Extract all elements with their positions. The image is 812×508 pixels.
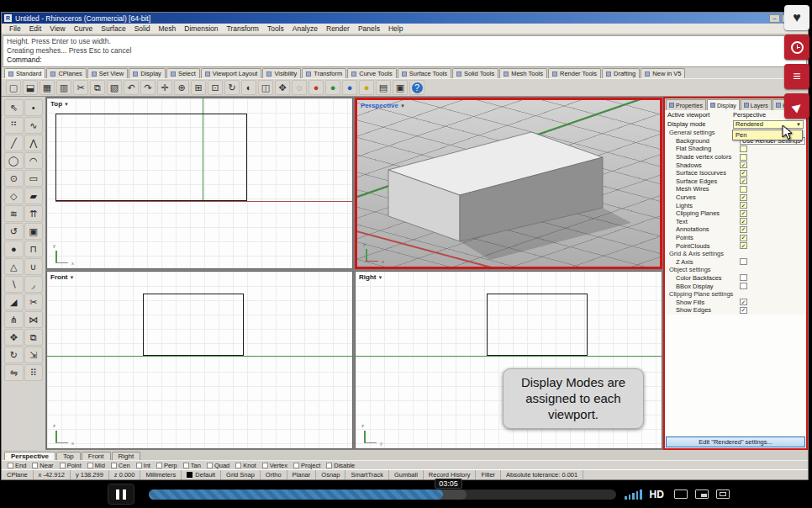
watch-later-button[interactable] [784,34,809,60]
hd-badge[interactable]: HD [650,489,664,500]
osnap-toggle[interactable]: Int [136,462,150,469]
rendered-box-object[interactable] [357,100,660,267]
viewport-tab[interactable]: Top [56,452,81,460]
move-icon[interactable]: ✥ [275,80,290,95]
cylinder-icon[interactable]: ⊓ [24,241,44,257]
panel-tab[interactable]: Display [707,99,740,110]
osnap-checkbox[interactable] [60,463,66,468]
panel-tab[interactable]: Properties [666,99,706,110]
help-icon[interactable]: ? [409,80,424,95]
minimize-button[interactable]: – [769,14,780,23]
render-red-icon[interactable]: ● [308,80,324,95]
zoom-icon[interactable]: ⊕ [174,80,189,95]
toolbar-tab[interactable]: New in V5 [641,68,685,78]
toolbar-tab[interactable]: Curve Tools [347,68,396,78]
render-green-icon[interactable]: ● [325,80,340,95]
boolean-union-icon[interactable]: ∪ [24,258,44,275]
revolve-icon[interactable]: ↺ [4,223,24,240]
viewport-tab[interactable]: Front [82,452,111,460]
setting-checkbox[interactable] [740,283,747,289]
display-mode-option[interactable]: Pen [733,130,802,140]
paste-icon[interactable]: ▧ [107,80,122,95]
viewport-tab[interactable]: Right [112,452,141,460]
osnap-checkbox[interactable] [293,463,299,468]
toolbar-tab[interactable]: Transform [302,68,346,78]
setting-checkbox[interactable] [740,242,747,249]
copy-tool-icon[interactable]: ⧉ [24,329,44,346]
osnap-checkbox[interactable] [156,463,162,468]
box-outline-front-view[interactable] [143,294,244,356]
extrude-icon[interactable]: ⇈ [24,205,44,222]
osnap-checkbox[interactable] [87,463,93,468]
toolbar-tab[interactable]: Surface Tools [398,68,451,78]
menu-item[interactable]: View [45,24,69,33]
cast-icon[interactable] [674,489,688,499]
viewport-layout-icon[interactable]: ◫ [258,80,273,95]
hide-icon[interactable]: ◌ [292,80,307,95]
properties-icon[interactable]: ▣ [393,80,408,95]
copy-icon[interactable]: ⧉ [90,80,105,95]
split-icon[interactable]: ⋔ [4,311,24,328]
title-bar[interactable]: R Untitled - Rhinoceros (Commercial) [64… [2,13,808,24]
setting-checkbox[interactable] [740,202,747,209]
status-segment[interactable]: CPlane [2,470,34,479]
status-segment[interactable]: Osnap [316,470,345,479]
join-icon[interactable]: ⋈ [24,311,44,328]
like-button[interactable]: ♥ [784,5,809,30]
scale-tool-icon[interactable]: ⇲ [24,347,44,363]
toolbar-tab[interactable]: Viewport Layout [201,68,262,78]
rotate-tool-icon[interactable]: ↻ [4,347,24,363]
setting-checkbox[interactable] [740,258,747,265]
open-file-icon[interactable]: ⬓ [23,80,38,95]
osnap-checkbox[interactable] [8,463,13,468]
toolbar-tab[interactable]: Standard [4,68,45,78]
setting-checkbox[interactable] [740,154,747,161]
trim-icon[interactable]: ✂ [24,294,44,310]
ellipse-icon[interactable]: ⊙ [4,170,24,187]
polyline-icon[interactable]: ⋀ [24,135,44,151]
mirror-icon[interactable]: ⇋ [4,364,24,381]
osnap-toggle[interactable]: Perp [156,462,177,469]
setting-checkbox[interactable] [740,194,747,201]
setting-checkbox[interactable] [740,186,747,193]
edit-rendered-settings-button[interactable]: Edit "Rendered" settings... [666,437,805,447]
setting-checkbox[interactable] [740,218,747,225]
status-segment[interactable]: Filter [476,470,501,479]
osnap-checkbox[interactable] [136,463,142,468]
share-button[interactable]: ▶ [784,93,809,119]
undo-icon[interactable]: ↶ [124,80,139,95]
setting-checkbox[interactable] [740,210,747,217]
osnap-checkbox[interactable] [111,463,117,468]
print-icon[interactable]: ▥ [56,80,71,95]
menu-item[interactable]: Help [384,24,407,33]
pause-button[interactable] [108,484,134,505]
menu-item[interactable]: Transform [222,24,262,33]
toolbar-tab[interactable]: Set View [87,68,128,78]
loft-icon[interactable]: ≋ [4,205,24,222]
status-segment[interactable]: SmartTrack [345,470,388,479]
setting-checkbox[interactable] [740,226,747,233]
picture-in-picture-icon[interactable] [695,489,709,499]
point-cloud-icon[interactable]: ⠛ [4,117,24,134]
viewport-front[interactable]: Front ▼ zx [46,271,353,449]
menu-item[interactable]: Panels [354,24,384,33]
osnap-checkbox[interactable] [326,463,332,468]
cone-icon[interactable]: △ [4,258,24,275]
render-blue-icon[interactable]: ● [342,80,357,95]
toolbar-tab[interactable]: Render Tools [548,68,601,78]
box-outline-right-view[interactable] [487,294,588,356]
setting-checkbox[interactable] [740,146,747,152]
cut-icon[interactable]: ✂ [73,80,88,95]
menu-item[interactable]: Dimension [180,24,222,33]
menu-item[interactable]: Solid [130,24,155,33]
setting-checkbox[interactable] [740,161,747,168]
zoom-window-icon[interactable]: ⊞ [191,80,206,95]
osnap-checkbox[interactable] [183,463,189,468]
status-segment[interactable]: Gumball [389,470,424,479]
viewport-tab[interactable]: Perspective [4,452,55,460]
move-tool-icon[interactable]: ✥ [4,329,24,346]
toolbar-tab[interactable]: Select [166,68,200,78]
menu-item[interactable]: Mesh [155,24,181,33]
osnap-toggle[interactable]: Tan [183,462,201,469]
select-icon[interactable]: ⇖ [4,99,24,116]
